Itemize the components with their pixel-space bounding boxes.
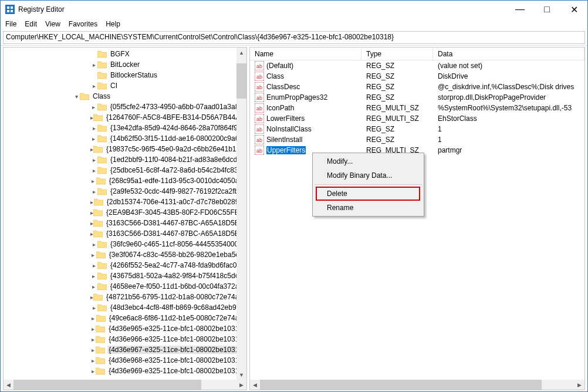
scroll-up-icon[interactable]: ▲ xyxy=(236,48,246,58)
close-button[interactable]: ✕ xyxy=(560,1,587,18)
tree-node[interactable]: ▸{3163C566-D381-4467-87BC-A65A18D5B649} xyxy=(4,228,246,239)
tree-node[interactable]: ▸{43675d81-502a-4a82-9f84-b75f418c5dea} xyxy=(4,271,246,281)
list-hscrollbar[interactable]: ◀ ▶ xyxy=(250,380,584,390)
value-list-pane[interactable]: Name Type Data (Default)REG_SZ(value not… xyxy=(249,47,585,390)
expander-icon[interactable]: ▸ xyxy=(90,305,97,311)
list-hscroll-thumb[interactable] xyxy=(260,380,542,390)
title-bar[interactable]: Registry Editor — □ ✕ xyxy=(1,1,587,18)
value-row[interactable]: ClassREG_SZDiskDrive xyxy=(250,71,584,82)
expander-icon[interactable]: ▸ xyxy=(90,262,97,269)
expander-icon[interactable]: ▾ xyxy=(73,93,80,100)
tree-node[interactable]: BGFX xyxy=(4,49,246,59)
tree-node[interactable]: ▸{4d36e965-e325-11ce-bfc1-08002be10318} xyxy=(4,323,246,334)
tree-node[interactable]: ▸{2db15374-706e-4131-a0c7-d7c78eb0289a} xyxy=(4,197,246,207)
expander-icon[interactable]: ▸ xyxy=(90,125,97,131)
tree-node[interactable]: ▸{19837c5c-96f5-45e0-9a2d-c6bb26e41b12b} xyxy=(4,144,246,154)
cm-separator xyxy=(315,184,422,185)
value-type-cell: REG_SZ xyxy=(361,93,433,102)
cm-delete[interactable]: Delete xyxy=(314,187,423,201)
tree-node[interactable]: ▸{1264760F-A5C8-4BFE-B314-D56A7B44A362} xyxy=(4,112,246,123)
tree-node[interactable]: ▸{4266f552-5ea2-4c77-a748-fda9bd6fac0f} xyxy=(4,260,246,271)
tree-hscroll-thumb[interactable] xyxy=(13,380,201,390)
value-row[interactable]: SilentInstallREG_SZ1 xyxy=(250,134,584,145)
expander-icon[interactable]: ▸ xyxy=(90,188,97,195)
value-row[interactable]: (Default)REG_SZ(value not set) xyxy=(250,60,584,71)
tree-node[interactable]: ▸{3e3f0674-c83c-4558-bb26-9820e1eba5c5} xyxy=(4,249,246,260)
tree-node[interactable]: ▸BitLocker xyxy=(4,59,246,70)
expander-icon[interactable]: ▸ xyxy=(90,83,97,89)
menu-favorites[interactable]: Favorites xyxy=(69,20,97,28)
menu-view[interactable]: View xyxy=(45,20,60,28)
scroll-right-icon[interactable]: ▶ xyxy=(575,380,584,390)
expander-icon[interactable]: ▸ xyxy=(90,178,96,184)
tree-node[interactable]: ▸{268c95a1-edfe-11d3-95c3-0010dc4050a5} xyxy=(4,175,246,186)
registry-tree[interactable]: BGFX▸BitLockerBitlockerStatus▸CI▾Class▸{… xyxy=(4,48,246,377)
expander-icon[interactable]: ▸ xyxy=(90,104,97,110)
expander-icon[interactable]: ▸ xyxy=(90,136,97,142)
address-bar[interactable]: Computer\HKEY_LOCAL_MACHINE\SYSTEM\Curre… xyxy=(3,31,585,44)
tree-node[interactable]: ▸{2a9fe532-0cdc-44f9-9827-76192f2ca2fb} xyxy=(4,186,246,197)
tree-node[interactable]: ▸CI xyxy=(4,80,246,91)
tree-node[interactable]: ▸{25dbce51-6c8f-4a72-8a6d-b54c2b4fc835} xyxy=(4,165,246,175)
value-row[interactable]: NoInstallClassREG_SZ1 xyxy=(250,124,584,134)
tree-node[interactable]: BitlockerStatus xyxy=(4,70,246,80)
tree-node[interactable]: ▸{48d3ebc4-4cf8-48ff-b869-9c68ad42eb9f} xyxy=(4,302,246,313)
scroll-right-icon[interactable]: ▶ xyxy=(236,380,246,390)
value-row[interactable]: LowerFiltersREG_MULTI_SZEhStorClass xyxy=(250,113,584,124)
column-headers[interactable]: Name Type Data xyxy=(250,48,584,60)
expander-icon[interactable]: ▸ xyxy=(90,252,96,258)
value-row[interactable]: IconPathREG_MULTI_SZ%SystemRoot%\System3… xyxy=(250,103,584,113)
menu-edit[interactable]: Edit xyxy=(25,20,37,28)
expander-icon[interactable]: ▸ xyxy=(90,315,96,322)
tree-vscroll-thumb[interactable] xyxy=(236,63,246,99)
tree-node[interactable]: ▸{1ed2bbf9-11f0-4084-b21f-ad83a8e6dcdc} xyxy=(4,154,246,165)
scroll-down-icon[interactable]: ▼ xyxy=(236,370,246,380)
col-type[interactable]: Type xyxy=(361,48,433,60)
cm-modify-binary[interactable]: Modify Binary Data... xyxy=(314,168,423,183)
value-type-cell: REG_SZ xyxy=(361,83,433,91)
tree-node[interactable]: ▸{05f5cfe2-4733-4950-a6bb-07aad01a3a84} xyxy=(4,102,246,112)
tree-node[interactable]: ▸{4d36e969-e325-11ce-bfc1-08002be10318} xyxy=(4,366,246,376)
expander-icon[interactable]: ▸ xyxy=(90,326,96,332)
expander-icon[interactable]: ▸ xyxy=(90,347,96,353)
expander-icon[interactable]: ▸ xyxy=(90,157,97,163)
maximize-button[interactable]: □ xyxy=(533,1,560,18)
col-data[interactable]: Data xyxy=(433,48,584,60)
expander-icon[interactable]: ▸ xyxy=(90,357,96,364)
cm-rename[interactable]: Rename xyxy=(314,201,423,215)
expander-icon[interactable]: ▸ xyxy=(90,62,97,68)
tree-node[interactable]: ▸{36fc9e60-c465-11cf-8056-444553540000} xyxy=(4,239,246,249)
expander-icon[interactable]: ▸ xyxy=(90,283,97,290)
tree-node[interactable]: ▸{49ce6ac8-6f86-11d2-b1e5-0080c72e74a2} xyxy=(4,313,246,323)
expander-icon[interactable]: ▸ xyxy=(90,368,96,374)
expander-icon[interactable]: ▸ xyxy=(90,167,97,174)
tree-node[interactable]: ▸{4d36e966-e325-11ce-bfc1-08002be10318} xyxy=(4,334,246,344)
tree-node[interactable]: ▸{2EA9B43F-3045-43B5-80F2-FD06C55FBB90} xyxy=(4,207,246,218)
tree-node-label: {14b62f50-3f15-11dd-ae16-0800200c9a66} xyxy=(109,134,246,143)
tree-vscrollbar[interactable]: ▲ ▼ xyxy=(236,48,246,380)
scroll-left-icon[interactable]: ◀ xyxy=(250,380,260,390)
tree-node[interactable]: ▸{48721b56-6795-11d2-b1a8-0080c72e74a2} xyxy=(4,292,246,302)
value-row[interactable]: EnumPropPages32REG_SZstorprop.dll,DiskPr… xyxy=(250,92,584,103)
tree-node[interactable]: ▸{3163C566-D381-4467-87BC-A65A18D5B648} xyxy=(4,218,246,228)
tree-node[interactable]: ▸{4d36e967-e325-11ce-bfc1-08002be10318} xyxy=(4,344,246,355)
tree-node-label: {48721b56-6795-11d2-b1a8-0080c72e74a2} xyxy=(105,293,246,301)
tree-node[interactable]: ▸{4658ee7e-f050-11d1-b6bd-00c04fa372a7} xyxy=(4,281,246,292)
minimize-button[interactable]: — xyxy=(506,1,533,18)
menu-help[interactable]: Help xyxy=(106,20,120,28)
expander-icon[interactable]: ▸ xyxy=(90,336,96,343)
value-rows[interactable]: (Default)REG_SZ(value not set)ClassREG_S… xyxy=(250,60,584,156)
tree-node[interactable]: ▾Class xyxy=(4,91,246,102)
value-row[interactable]: ClassDescREG_SZ@c_diskdrive.inf,%ClassDe… xyxy=(250,82,584,92)
tree-pane[interactable]: BGFX▸BitLockerBitlockerStatus▸CI▾Class▸{… xyxy=(3,47,247,390)
tree-hscrollbar[interactable]: ◀ ▶ xyxy=(4,380,246,390)
col-name[interactable]: Name xyxy=(250,48,361,60)
expander-icon[interactable]: ▸ xyxy=(90,273,97,279)
tree-node[interactable]: ▸{14b62f50-3f15-11dd-ae16-0800200c9a66} xyxy=(4,133,246,144)
tree-node[interactable]: ▸{4d36e968-e325-11ce-bfc1-08002be10318} xyxy=(4,355,246,366)
tree-node[interactable]: ▸{13e42dfa-85d9-424d-8646-28a70f864f9c} xyxy=(4,123,246,133)
cm-modify[interactable]: Modify... xyxy=(314,154,423,168)
expander-icon[interactable]: ▸ xyxy=(90,241,97,248)
menu-file[interactable]: File xyxy=(5,20,16,28)
scroll-left-icon[interactable]: ◀ xyxy=(4,380,13,390)
